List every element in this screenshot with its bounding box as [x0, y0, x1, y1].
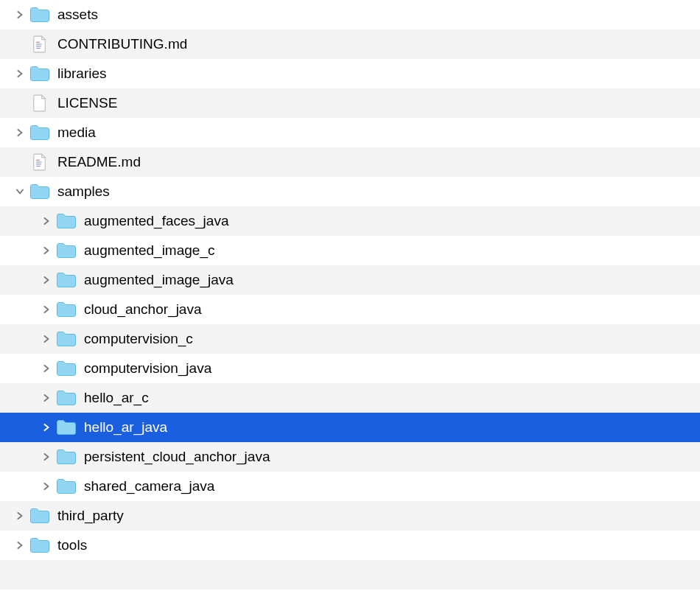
chevron-right-icon[interactable] — [41, 452, 52, 462]
tree-item-label: shared_camera_java — [84, 478, 214, 494]
tree-row[interactable]: assets — [0, 0, 700, 29]
tree-row[interactable]: augmented_faces_java — [0, 206, 700, 236]
folder-icon — [56, 390, 77, 406]
chevron-right-icon[interactable] — [41, 304, 52, 315]
folder-icon — [56, 419, 77, 436]
tree-row[interactable]: persistent_cloud_anchor_java — [0, 442, 700, 472]
chevron-right-icon[interactable] — [15, 10, 25, 20]
tree-item-label: third_party — [57, 508, 124, 524]
tree-row[interactable]: shared_camera_java — [0, 472, 700, 501]
chevron-right-icon[interactable] — [15, 540, 25, 550]
tree-item-label: cloud_anchor_java — [84, 301, 202, 318]
trailing-empty-row — [0, 560, 700, 590]
tree-row[interactable]: libraries — [0, 59, 700, 88]
folder-icon — [56, 242, 77, 259]
tree-item-label: README.md — [57, 154, 141, 170]
file-tree: assets CONTRIBUTING.md libraries LICENSE… — [0, 0, 700, 560]
chevron-down-icon[interactable] — [15, 186, 25, 197]
folder-icon — [56, 478, 77, 494]
tree-row[interactable]: media — [0, 118, 700, 147]
file-icon — [29, 95, 50, 111]
tree-item-label: augmented_image_java — [84, 272, 234, 288]
tree-row[interactable]: augmented_image_c — [0, 236, 700, 265]
tree-row[interactable]: computervision_c — [0, 324, 700, 354]
folder-icon — [56, 331, 77, 347]
tree-item-label: hello_ar_c — [84, 390, 149, 406]
chevron-right-icon[interactable] — [41, 393, 52, 403]
tree-row[interactable]: computervision_java — [0, 354, 700, 383]
folder-icon — [29, 537, 50, 553]
markdown-file-icon — [29, 36, 50, 52]
folder-icon — [56, 449, 77, 465]
markdown-file-icon — [29, 154, 50, 170]
folder-icon — [29, 508, 50, 524]
chevron-right-icon[interactable] — [41, 334, 52, 344]
chevron-right-icon[interactable] — [15, 127, 25, 138]
chevron-right-icon[interactable] — [41, 481, 52, 492]
folder-icon — [56, 272, 77, 288]
chevron-right-icon[interactable] — [15, 511, 25, 521]
tree-item-label: hello_ar_java — [84, 419, 167, 436]
chevron-right-icon[interactable] — [41, 363, 52, 374]
tree-item-label: media — [57, 125, 96, 141]
tree-item-label: persistent_cloud_anchor_java — [84, 449, 270, 465]
tree-row[interactable]: hello_ar_c — [0, 383, 700, 413]
tree-row[interactable]: third_party — [0, 501, 700, 531]
chevron-right-icon[interactable] — [41, 245, 52, 256]
folder-icon — [56, 301, 77, 318]
tree-row[interactable]: LICENSE — [0, 88, 700, 118]
folder-icon — [56, 213, 77, 229]
tree-row[interactable]: tools — [0, 531, 700, 560]
tree-item-label: assets — [57, 7, 98, 23]
tree-row[interactable]: cloud_anchor_java — [0, 295, 700, 324]
chevron-right-icon[interactable] — [41, 275, 52, 285]
folder-icon — [29, 7, 50, 23]
folder-icon — [29, 183, 50, 200]
tree-item-label: samples — [57, 183, 110, 200]
tree-item-label: libraries — [57, 66, 107, 82]
chevron-right-icon[interactable] — [41, 422, 52, 433]
tree-item-label: CONTRIBUTING.md — [57, 36, 187, 52]
tree-row[interactable]: augmented_image_java — [0, 265, 700, 295]
tree-item-label: LICENSE — [57, 95, 117, 111]
folder-icon — [29, 66, 50, 82]
tree-item-label: computervision_c — [84, 331, 193, 347]
tree-item-label: tools — [57, 537, 87, 553]
folder-icon — [29, 125, 50, 141]
folder-icon — [56, 360, 77, 377]
tree-row[interactable]: samples — [0, 177, 700, 206]
chevron-right-icon[interactable] — [15, 69, 25, 79]
tree-row[interactable]: hello_ar_java — [0, 413, 700, 442]
tree-row[interactable]: CONTRIBUTING.md — [0, 29, 700, 59]
tree-item-label: computervision_java — [84, 360, 211, 377]
tree-row[interactable]: README.md — [0, 147, 700, 177]
tree-item-label: augmented_image_c — [84, 242, 214, 259]
tree-item-label: augmented_faces_java — [84, 213, 228, 229]
chevron-right-icon[interactable] — [41, 216, 52, 226]
